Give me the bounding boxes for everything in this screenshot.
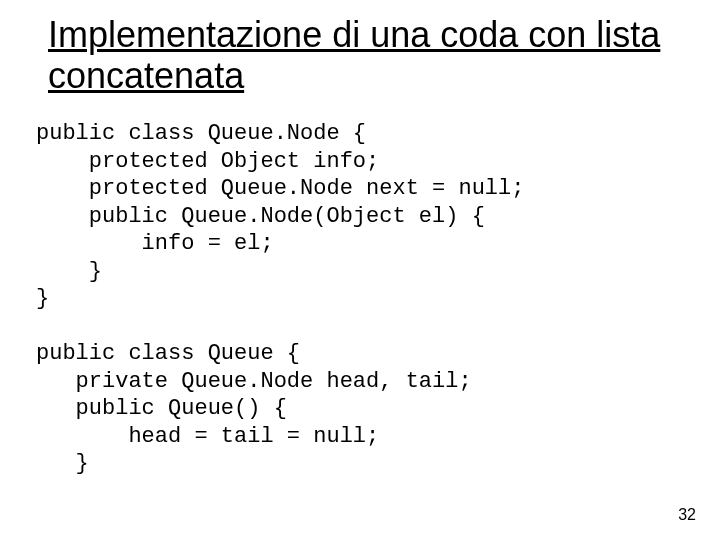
code-block-queuenode: public class Queue.Node { protected Obje… [36, 120, 524, 313]
page-number: 32 [678, 506, 696, 524]
slide: Implementazione di una coda con lista co… [0, 0, 720, 540]
code-block-queue: public class Queue { private Queue.Node … [36, 340, 472, 478]
slide-title: Implementazione di una coda con lista co… [48, 14, 668, 97]
